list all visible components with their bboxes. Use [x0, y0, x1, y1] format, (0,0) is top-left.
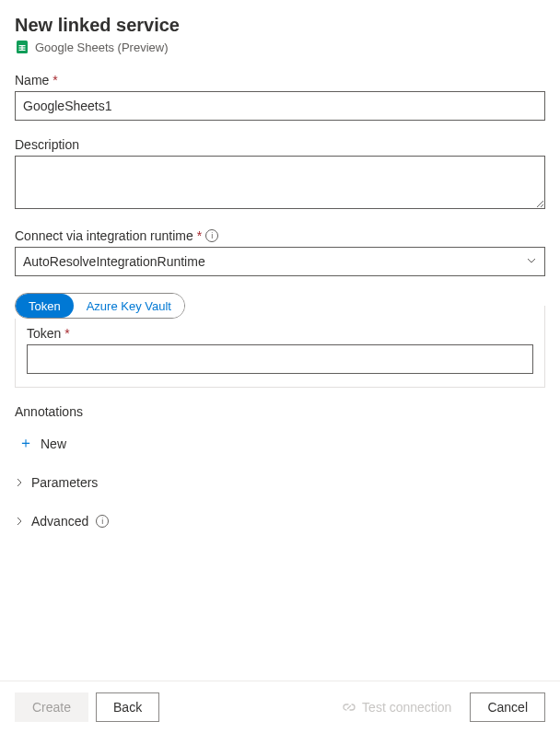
- description-input[interactable]: [15, 156, 545, 209]
- description-label: Description: [15, 137, 545, 152]
- runtime-label: Connect via integration runtime * i: [15, 228, 545, 243]
- runtime-field-group: Connect via integration runtime * i Auto…: [15, 228, 545, 276]
- main-panel: New linked service Google Sheets (Previe…: [0, 0, 560, 681]
- name-label: Name *: [15, 73, 545, 87]
- tab-token[interactable]: Token: [16, 294, 74, 318]
- required-asterisk: *: [197, 228, 202, 243]
- token-input[interactable]: [27, 344, 533, 374]
- annotations-label: Annotations: [15, 404, 545, 419]
- page-title: New linked service: [15, 15, 545, 36]
- footer: Create Back Test connection Cancel: [0, 681, 560, 733]
- add-annotation-button[interactable]: ＋ New: [15, 430, 70, 457]
- plus-icon: ＋: [18, 434, 33, 453]
- back-button[interactable]: Back: [96, 692, 159, 722]
- required-asterisk: *: [64, 326, 69, 341]
- advanced-expander[interactable]: Advanced i: [15, 508, 545, 534]
- parameters-expander[interactable]: Parameters: [15, 470, 545, 495]
- cancel-button[interactable]: Cancel: [470, 692, 545, 722]
- runtime-dropdown[interactable]: AutoResolveIntegrationRuntime: [15, 247, 545, 276]
- subtitle-row: Google Sheets (Preview): [15, 40, 545, 54]
- info-icon[interactable]: i: [96, 515, 109, 528]
- info-icon[interactable]: i: [205, 229, 218, 242]
- google-sheets-icon: [15, 40, 29, 54]
- auth-tabs: Token Azure Key Vault: [15, 293, 185, 319]
- runtime-value: AutoResolveIntegrationRuntime: [23, 254, 526, 269]
- subtitle-text: Google Sheets (Preview): [35, 41, 169, 54]
- name-field-group: Name *: [15, 73, 545, 121]
- test-connection-button: Test connection: [342, 700, 451, 715]
- chevron-right-icon: [15, 514, 24, 529]
- chevron-down-icon: [526, 254, 537, 269]
- svg-rect-4: [21, 45, 22, 51]
- tab-azure-key-vault[interactable]: Azure Key Vault: [74, 294, 184, 318]
- chevron-right-icon: [15, 475, 24, 490]
- token-label: Token *: [27, 326, 533, 341]
- annotations-section: Annotations ＋ New: [15, 404, 545, 457]
- link-icon: [342, 700, 356, 715]
- create-button: Create: [15, 692, 88, 722]
- name-input[interactable]: [15, 91, 545, 121]
- description-field-group: Description: [15, 137, 545, 212]
- required-asterisk: *: [52, 73, 57, 87]
- auth-section: Token Azure Key Vault Token *: [15, 293, 545, 388]
